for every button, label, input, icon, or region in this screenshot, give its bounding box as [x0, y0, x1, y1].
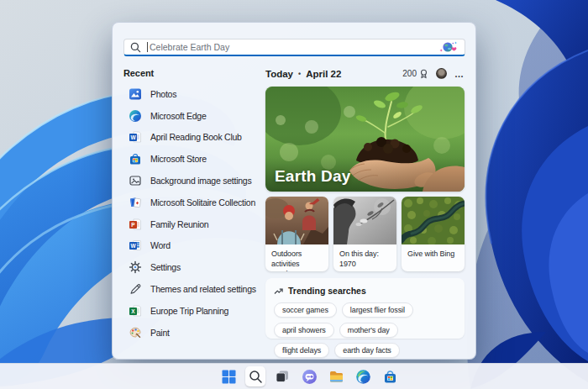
recent-item-themes-settings[interactable]: Themes and related settings [123, 278, 265, 300]
gear-icon [129, 260, 142, 274]
today-label: Today [265, 69, 293, 79]
card-on-this-day[interactable]: On this day: 1970 [333, 197, 396, 271]
trending-chip[interactable]: earth day facts [334, 343, 400, 358]
recent-item-label: Themes and related settings [150, 284, 256, 294]
recent-item-label: Microsoft Store [150, 154, 207, 164]
solitaire-icon [129, 196, 142, 209]
recent-item-label: April Reading Book Club [150, 132, 242, 142]
recent-item-label: Microsoft Edge [150, 111, 207, 121]
hero-title: Earth Day [275, 167, 351, 186]
store-taskbar-button[interactable] [380, 366, 400, 386]
recent-item-label: Photos [150, 89, 176, 99]
card-label: On this day: 1970 [333, 244, 396, 271]
recent-section: Recent Photos Microsoft Edge W April Rea… [123, 68, 265, 344]
search-panel: Recent Photos Microsoft Edge W April Rea… [112, 22, 476, 360]
recent-title: Recent [123, 68, 265, 78]
svg-text:X: X [131, 308, 135, 314]
store-icon [129, 152, 142, 166]
taskbar [0, 363, 588, 389]
trending-chips: soccer games largest flier fossil april … [274, 302, 456, 358]
trending-chip[interactable]: largest flier fossil [342, 302, 413, 318]
svg-text:P: P [131, 221, 135, 227]
edge-icon [129, 109, 142, 123]
edge-taskbar-button[interactable] [353, 366, 373, 386]
excel-document-icon: X [129, 304, 142, 318]
recent-list: Photos Microsoft Edge W April Reading Bo… [123, 83, 265, 344]
earth-day-sparkle-icon[interactable] [438, 40, 459, 54]
recent-item-background-image-settings[interactable]: Background image settings [123, 170, 265, 192]
rewards-points-value: 200 [402, 69, 417, 78]
today-header: Today • April 22 200 … [265, 67, 465, 80]
card-outdoors-activities[interactable]: Outdoors activities nearby [265, 197, 328, 271]
search-bar[interactable] [123, 39, 465, 56]
recent-item-april-reading-book-club[interactable]: W April Reading Book Club [123, 127, 265, 149]
trending-chip[interactable]: flight delays [274, 343, 329, 358]
trending-chip[interactable]: april showers [274, 323, 334, 338]
earth-day-hero-card[interactable]: Earth Day [265, 87, 465, 192]
word-document-icon: W [129, 130, 142, 144]
trending-header: Trending searches [274, 286, 456, 296]
powerpoint-document-icon: P [129, 218, 142, 231]
outdoors-card-image [265, 197, 328, 244]
recent-item-microsoft-store[interactable]: Microsoft Store [123, 148, 265, 170]
trending-chip[interactable]: mother's day [339, 323, 398, 338]
trending-title: Trending searches [288, 286, 366, 296]
today-cards: Outdoors activities nearby [265, 197, 465, 271]
user-avatar[interactable] [436, 68, 447, 79]
recent-item-word[interactable]: W Word [123, 235, 265, 257]
card-label: Give with Bing [402, 244, 465, 271]
trending-searches-section: Trending searches soccer games largest f… [265, 278, 465, 339]
recent-item-label: Europe Trip Planning [150, 306, 228, 316]
search-icon [130, 42, 141, 53]
recent-item-label: Paint [150, 328, 170, 338]
recent-item-photos[interactable]: Photos [123, 83, 265, 105]
trending-arrow-icon [274, 286, 283, 295]
recent-item-label: Microsoft Solitaire Collection [150, 197, 255, 208]
svg-text:W: W [130, 243, 136, 249]
start-button[interactable] [218, 366, 239, 386]
recent-item-paint[interactable]: Paint [123, 322, 265, 344]
word-app-icon: W [129, 239, 142, 252]
paint-icon [129, 326, 142, 339]
on-this-day-card-image [333, 197, 396, 244]
date-label: April 22 [306, 69, 341, 79]
trending-chip[interactable]: soccer games [274, 302, 337, 318]
card-give-with-bing[interactable]: Give with Bing [402, 197, 465, 271]
task-view-button[interactable] [272, 366, 292, 386]
recent-item-label: Word [150, 240, 171, 250]
recent-item-family-reunion[interactable]: P Family Reunion [123, 213, 265, 235]
search-taskbar-button[interactable] [245, 366, 265, 386]
photos-icon [129, 87, 142, 101]
recent-item-label: Settings [150, 262, 181, 272]
card-label: Outdoors activities nearby [265, 244, 328, 271]
recent-item-microsoft-solitaire-collection[interactable]: Microsoft Solitaire Collection [123, 192, 265, 213]
more-options-button[interactable]: … [454, 71, 465, 76]
text-caret [147, 42, 148, 52]
rewards-medal-icon [419, 69, 428, 79]
image-settings-icon [129, 174, 142, 187]
recent-item-europe-trip-planning[interactable]: X Europe Trip Planning [123, 300, 265, 322]
search-input[interactable] [150, 42, 438, 52]
recent-item-settings[interactable]: Settings [123, 256, 265, 278]
rewards-points[interactable]: 200 [402, 69, 428, 79]
recent-item-microsoft-edge[interactable]: Microsoft Edge [123, 105, 265, 127]
svg-text:W: W [130, 134, 136, 140]
file-explorer-button[interactable] [326, 366, 346, 386]
chat-button[interactable] [299, 366, 319, 386]
give-with-bing-card-image [402, 197, 465, 244]
date-separator: • [298, 70, 301, 78]
recent-item-label: Family Reunion [150, 219, 208, 229]
pencil-icon [129, 282, 142, 296]
recent-item-label: Background image settings [150, 176, 251, 186]
